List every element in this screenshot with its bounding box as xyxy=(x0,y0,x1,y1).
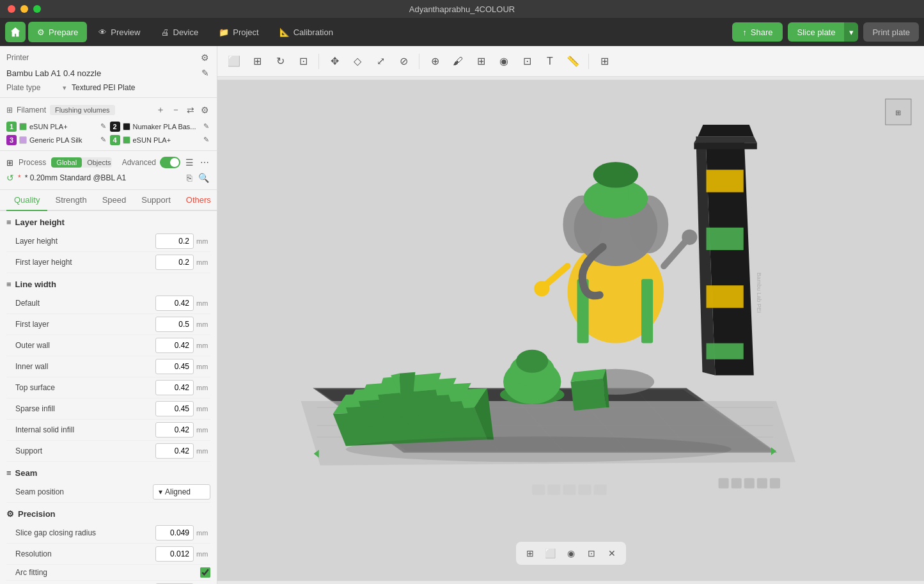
plate-type-value: Textured PEI Plate xyxy=(72,83,135,92)
top-surface-input[interactable] xyxy=(155,380,194,395)
support-lw-label: Support xyxy=(6,446,155,455)
close-button[interactable] xyxy=(8,5,15,13)
filament-remove-button[interactable]: － xyxy=(170,103,182,117)
inner-wall-unit: mm xyxy=(196,363,210,370)
svg-marker-50 xyxy=(694,136,756,143)
tab-others[interactable]: Others xyxy=(178,190,217,211)
process-settings-button[interactable]: ⋯ xyxy=(199,156,210,169)
resolution-value: mm xyxy=(155,546,210,562)
minimize-button[interactable] xyxy=(20,5,28,13)
vt-rotate-btn[interactable]: ↻ xyxy=(270,51,290,72)
tab-speed[interactable]: Speed xyxy=(95,190,134,211)
maximize-button[interactable] xyxy=(33,5,41,13)
filament-edit-3[interactable]: ✎ xyxy=(99,134,107,145)
outer-wall-input[interactable] xyxy=(155,338,194,353)
sparse-infill-input[interactable] xyxy=(155,401,194,416)
outer-wall-label: Outer wall xyxy=(6,341,155,350)
vt-section-btn[interactable]: ⊡ xyxy=(293,51,313,72)
viewport-toolbar: ⬜ ⊞ ↻ ⊡ ✥ ◇ ⤢ ⊘ ⊕ 🖌 ⊞ ◉ ⊡ T 📏 ⊞ xyxy=(217,46,924,77)
home-button[interactable] xyxy=(5,22,26,42)
bt-btn-5[interactable]: ✕ xyxy=(603,544,621,562)
printer-edit-button[interactable]: ✎ xyxy=(200,67,210,79)
section-icon-precision: ⚙ xyxy=(6,509,14,519)
svg-marker-52 xyxy=(698,125,753,136)
svg-rect-61 xyxy=(594,485,607,495)
svg-rect-58 xyxy=(547,485,560,495)
resolution-input[interactable] xyxy=(155,546,194,562)
slice-gap-input[interactable] xyxy=(155,525,194,541)
bt-btn-1[interactable]: ⊞ xyxy=(521,544,539,562)
tab-calibration[interactable]: 📐 Calibration xyxy=(270,22,342,42)
filament-edit-4[interactable]: ✎ xyxy=(202,134,210,145)
vt-paint-btn[interactable]: 🖌 xyxy=(448,51,468,72)
filament-sync-button[interactable]: ⇄ xyxy=(185,104,196,116)
settings-scroll[interactable]: ≡ Layer height Layer height mm First lay… xyxy=(0,211,217,584)
bt-btn-3[interactable]: ◉ xyxy=(562,544,580,562)
printer-name-row: Bambu Lab A1 0.4 nozzle ✎ xyxy=(6,67,210,79)
prepare-icon: ⚙ xyxy=(37,28,45,37)
vt-move-btn[interactable]: ✥ xyxy=(324,51,345,72)
filament-edit-1[interactable]: ✎ xyxy=(99,121,107,132)
flushing-volumes-button[interactable]: Flushing volumes xyxy=(50,105,115,115)
toggle-global[interactable]: Global xyxy=(51,157,82,168)
advanced-toggle[interactable] xyxy=(160,157,180,168)
vt-modifier-btn[interactable]: ⊡ xyxy=(517,51,537,72)
layer-height-input[interactable] xyxy=(155,233,194,249)
vt-perspective-btn[interactable]: ⬜ xyxy=(224,51,244,72)
bt-btn-2[interactable]: ⬜ xyxy=(542,544,560,562)
vt-scale-btn[interactable]: ⤢ xyxy=(370,51,391,72)
default-lw-input[interactable] xyxy=(155,296,194,311)
filament-settings-button[interactable]: ⚙ xyxy=(200,104,210,116)
profile-asterisk: * xyxy=(18,173,21,182)
svg-point-40 xyxy=(516,350,548,373)
tab-support[interactable]: Support xyxy=(134,190,178,211)
inner-wall-input[interactable] xyxy=(155,359,194,374)
tab-quality[interactable]: Quality xyxy=(6,190,47,211)
slice-gap-row: Slice gap closing radius mm xyxy=(6,523,210,544)
slice-plate-button[interactable]: Slice plate xyxy=(788,22,844,42)
vt-orient-btn[interactable]: ◇ xyxy=(347,51,368,72)
filament-edit-2[interactable]: ✎ xyxy=(202,121,210,132)
vt-cut-btn[interactable]: ⊘ xyxy=(393,51,414,72)
first-layer-height-input[interactable] xyxy=(155,255,194,270)
arc-fitting-checkbox[interactable] xyxy=(200,567,210,578)
profile-search-button[interactable]: 🔍 xyxy=(197,171,210,184)
share-button[interactable]: ↑ Share xyxy=(732,22,783,42)
project-label: Project xyxy=(233,28,258,37)
vt-text-btn[interactable]: T xyxy=(540,51,560,72)
svg-rect-62 xyxy=(719,478,729,489)
seam-position-select[interactable]: ▾ Aligned xyxy=(153,484,210,500)
print-plate-button[interactable]: Print plate xyxy=(863,22,919,42)
profile-row: ↺ * * 0.20mm Standard @BBL A1 ⎘ 🔍 xyxy=(6,171,210,184)
vt-measure-btn[interactable]: 📏 xyxy=(563,51,583,72)
bt-btn-4[interactable]: ⊡ xyxy=(583,544,600,562)
printer-settings-button[interactable]: ⚙ xyxy=(200,51,210,64)
tab-prepare[interactable]: ⚙ Prepare xyxy=(28,22,87,42)
vt-seam-btn[interactable]: ◉ xyxy=(494,51,514,72)
line-width-header: ≡ Line width xyxy=(6,273,210,293)
vt-support-btn[interactable]: ⊞ xyxy=(471,51,491,72)
3d-scene: Bambu Lab PEI xyxy=(217,77,924,584)
vt-grid-btn[interactable]: ⊞ xyxy=(247,51,267,72)
svg-point-23 xyxy=(534,281,549,296)
tab-strength[interactable]: Strength xyxy=(47,190,94,211)
viewport-canvas[interactable]: Bambu Lab PEI xyxy=(217,77,924,584)
support-lw-input[interactable] xyxy=(155,443,194,459)
vt-arrange-btn[interactable]: ⊞ xyxy=(594,51,615,72)
arc-fitting-value xyxy=(200,567,210,578)
svg-point-54 xyxy=(346,436,732,462)
first-layer-lw-input[interactable] xyxy=(155,317,194,332)
tab-project[interactable]: 📁 Project xyxy=(210,22,267,42)
slice-dropdown-button[interactable]: ▾ xyxy=(844,22,858,42)
vt-select-btn[interactable]: ⊕ xyxy=(425,51,445,72)
viewport[interactable]: ⬜ ⊞ ↻ ⊡ ✥ ◇ ⤢ ⊘ ⊕ 🖌 ⊞ ◉ ⊡ T 📏 ⊞ xyxy=(217,46,924,584)
profile-copy-button[interactable]: ⎘ xyxy=(185,171,193,184)
internal-solid-input[interactable] xyxy=(155,422,194,438)
toggle-objects[interactable]: Objects xyxy=(82,157,111,168)
tab-device[interactable]: 🖨 Device xyxy=(152,22,208,42)
process-view-button[interactable]: ☰ xyxy=(184,156,195,169)
tab-preview[interactable]: 👁 Preview xyxy=(90,22,149,42)
layer-height-label: Layer height xyxy=(6,237,155,246)
filament-add-button[interactable]: ＋ xyxy=(155,103,166,117)
filament-num-2: 2 xyxy=(110,122,120,132)
